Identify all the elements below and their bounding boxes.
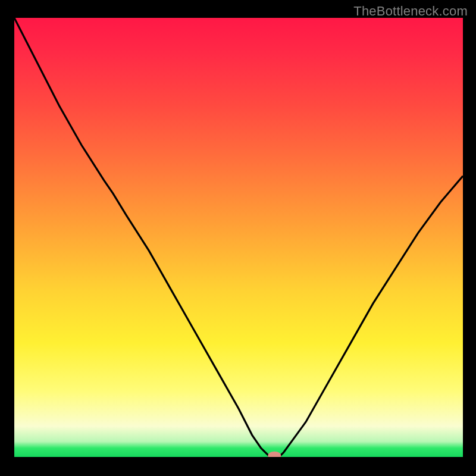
curve-layer [14, 18, 463, 457]
chart-frame: TheBottleneck.com [0, 0, 476, 476]
bottleneck-curve [14, 18, 463, 457]
watermark-text: TheBottleneck.com [353, 4, 468, 19]
plot-area [14, 18, 463, 457]
optimal-point-marker [268, 452, 281, 457]
